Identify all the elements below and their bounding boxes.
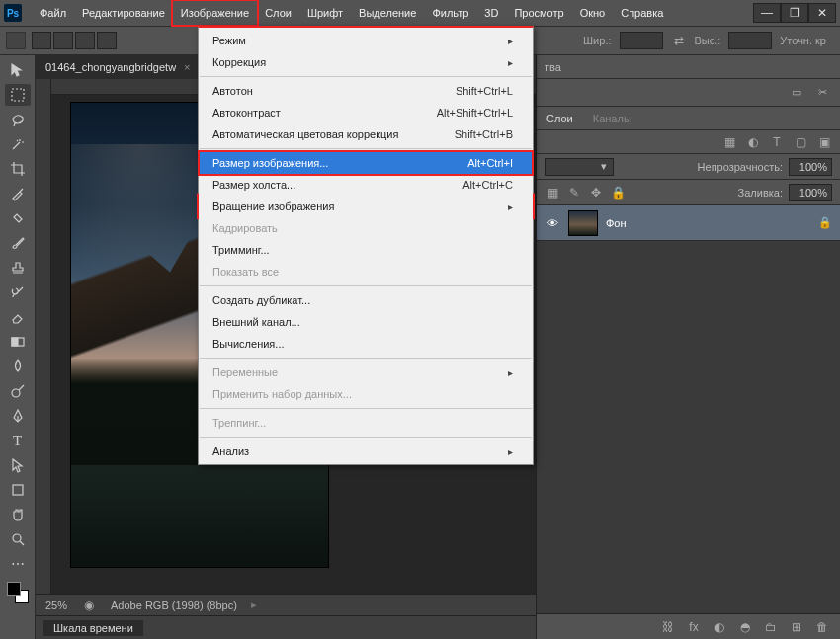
heal-tool-icon[interactable]	[5, 207, 31, 229]
fill-value[interactable]: 100%	[789, 184, 832, 201]
properties-panel-header[interactable]: тва	[537, 55, 840, 79]
layer-name[interactable]: Фон	[606, 217, 627, 229]
menu-3d[interactable]: 3D	[476, 0, 506, 26]
stamp-tool-icon[interactable]	[5, 257, 31, 279]
menu-item-вычисления-[interactable]: Вычисления...	[199, 333, 533, 355]
fg-color-swatch[interactable]	[7, 582, 21, 596]
fx-icon[interactable]: fx	[686, 619, 702, 635]
menu-filter[interactable]: Фильтр	[424, 0, 476, 26]
lock-fill-row: ▦ ✎ ✥ 🔒 Заливка: 100%	[537, 180, 840, 205]
menu-item-внешний-канал-[interactable]: Внешний канал...	[199, 311, 533, 333]
maximize-button[interactable]: ❐	[781, 3, 808, 23]
mode-new[interactable]	[32, 32, 51, 49]
new-layer-icon[interactable]: ⊞	[789, 619, 804, 635]
menu-edit[interactable]: Редактирование	[74, 0, 173, 26]
prop-icon-2[interactable]: ✂	[814, 85, 830, 101]
brush-tool-icon[interactable]	[5, 232, 31, 254]
eraser-tool-icon[interactable]	[5, 306, 31, 328]
visibility-eye-icon[interactable]: 👁	[545, 215, 560, 231]
mode-add[interactable]	[53, 32, 73, 49]
layer-row-background[interactable]: 👁 Фон 🔒	[537, 205, 840, 241]
type-tool-icon[interactable]: T	[5, 430, 31, 451]
height-input[interactable]	[728, 32, 772, 49]
menu-select[interactable]: Выделение	[351, 0, 424, 26]
menu-item-label: Коррекция	[212, 56, 266, 68]
path-select-tool-icon[interactable]	[5, 454, 31, 476]
swap-icon[interactable]: ⇄	[671, 33, 687, 48]
menu-help[interactable]: Справка	[613, 0, 671, 26]
opacity-value[interactable]: 100%	[789, 158, 832, 176]
group-icon[interactable]: 🗀	[763, 619, 779, 635]
gradient-tool-icon[interactable]	[5, 331, 31, 353]
adjustment-icon[interactable]: ◓	[737, 619, 753, 635]
lock-paint-icon[interactable]: ✎	[566, 185, 582, 200]
filter-adjust-icon[interactable]: ◐	[745, 134, 761, 150]
menu-item-автоконтраст[interactable]: АвтоконтрастAlt+Shift+Ctrl+L	[199, 102, 533, 123]
ruler-vertical[interactable]	[36, 79, 51, 594]
menu-item-создать-дубликат-[interactable]: Создать дубликат...	[199, 289, 533, 311]
refine-edge-label[interactable]: Уточн. кр	[780, 35, 826, 46]
zoom-value[interactable]: 25%	[45, 599, 67, 611]
filter-text-icon[interactable]: T	[769, 134, 785, 150]
pen-tool-icon[interactable]	[5, 405, 31, 427]
filter-pixel-icon[interactable]: ▦	[721, 134, 737, 150]
menu-item-размер-холста-[interactable]: Размер холста...Alt+Ctrl+C	[199, 174, 533, 196]
status-arrow-icon[interactable]: ▸	[251, 599, 257, 611]
menu-window[interactable]: Окно	[572, 0, 614, 26]
menu-file[interactable]: Файл	[32, 0, 74, 26]
layers-panel-tabs: Слои Каналы	[537, 107, 840, 130]
menu-item-коррекция[interactable]: Коррекция	[199, 51, 533, 73]
close-button[interactable]: ✕	[808, 3, 836, 23]
menu-type[interactable]: Шрифт	[299, 0, 351, 26]
menu-item-label: Анализ	[212, 445, 249, 457]
layer-thumbnail[interactable]	[568, 210, 598, 236]
menu-view[interactable]: Просмотр	[506, 0, 571, 26]
width-input[interactable]	[620, 32, 663, 49]
prop-icon-1[interactable]: ▭	[789, 85, 804, 101]
more-tools-icon[interactable]: ⋯	[5, 553, 31, 575]
menu-item-режим[interactable]: Режим	[199, 30, 533, 51]
delete-layer-icon[interactable]: 🗑	[814, 619, 830, 635]
menu-item-автотон[interactable]: АвтотонShift+Ctrl+L	[199, 80, 533, 102]
move-tool-icon[interactable]	[5, 59, 31, 81]
marquee-tool-icon[interactable]	[5, 84, 31, 106]
lock-trans-icon[interactable]: ▦	[545, 185, 560, 200]
layer-lock-icon[interactable]: 🔒	[818, 216, 832, 229]
timeline-tab[interactable]: Шкала времени	[43, 620, 143, 636]
menu-layers[interactable]: Слои	[257, 0, 299, 26]
crop-tool-icon[interactable]	[5, 158, 31, 180]
dodge-tool-icon[interactable]	[5, 380, 31, 402]
menu-image[interactable]: Изображение	[173, 0, 257, 26]
eyedropper-tool-icon[interactable]	[5, 183, 31, 204]
history-brush-tool-icon[interactable]	[5, 281, 31, 303]
menu-item-вращение-изображения[interactable]: Вращение изображения	[199, 196, 533, 217]
filter-smart-icon[interactable]: ▣	[816, 134, 832, 150]
lock-all-icon[interactable]: 🔒	[610, 185, 626, 200]
mode-intersect[interactable]	[97, 32, 117, 49]
hand-tool-icon[interactable]	[5, 504, 31, 525]
menu-item-размер-изображения-[interactable]: Размер изображения...Alt+Ctrl+I	[199, 152, 533, 174]
blend-mode-dropdown[interactable]: ▾	[545, 158, 614, 176]
menu-item-тримминг-[interactable]: Тримминг...	[199, 239, 533, 261]
color-profile[interactable]: Adobe RGB (1998) (8bpc)	[111, 599, 237, 611]
zoom-tool-icon[interactable]	[5, 528, 31, 550]
menu-item-автоматическая-цветовая-коррекция[interactable]: Автоматическая цветовая коррекцияShift+C…	[199, 123, 533, 145]
link-layers-icon[interactable]: ⛓	[660, 619, 676, 635]
minimize-button[interactable]: —	[753, 3, 781, 23]
shape-tool-icon[interactable]	[5, 479, 31, 501]
document-tab-close-icon[interactable]: ×	[184, 61, 190, 73]
tool-preset-icon[interactable]	[6, 32, 26, 49]
menu-item-анализ[interactable]: Анализ	[199, 440, 533, 462]
tab-layers[interactable]: Слои	[537, 107, 583, 129]
menu-item-label: Режим	[212, 35, 246, 46]
lock-pos-icon[interactable]: ✥	[588, 185, 604, 200]
tab-channels[interactable]: Каналы	[583, 107, 641, 129]
color-swatches[interactable]	[7, 582, 29, 603]
lasso-tool-icon[interactable]	[5, 109, 31, 130]
blur-tool-icon[interactable]	[5, 356, 31, 377]
wand-tool-icon[interactable]	[5, 133, 31, 155]
filter-shape-icon[interactable]: ▢	[793, 134, 808, 150]
mode-subtract[interactable]	[75, 32, 95, 49]
document-tab[interactable]: 01464_chongyangbridgetw ×	[36, 55, 202, 79]
mask-icon[interactable]: ◐	[712, 619, 727, 635]
